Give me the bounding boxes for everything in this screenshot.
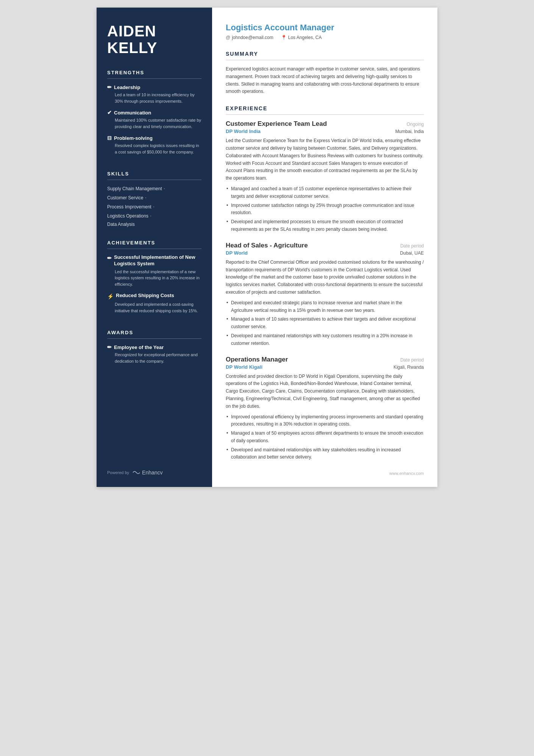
award-title-1: ✏ Employee of the Year (107, 344, 201, 350)
award-desc-1: Recognized for exceptional performance a… (107, 352, 201, 364)
exp-company-1: DP World India (226, 128, 261, 134)
skill-logistics-operations: Logistics Operations · (107, 213, 201, 219)
exp-desc-2: Reported to the Chief Commercial Officer… (226, 259, 424, 296)
summary-text: Experienced logistics account manager wi… (226, 66, 424, 95)
exp-date-3: Date period (400, 357, 424, 363)
bullet-1-2: Improved customer satisfaction ratings b… (226, 202, 424, 217)
awards-section: AWARDS ✏ Employee of the Year Recognized… (107, 330, 201, 369)
exp-location-3: Kigali, Rwanda (393, 365, 424, 370)
exp-sub-3: DP World Kigali Kigali, Rwanda (226, 364, 424, 370)
exp-title-1: Customer Experience Team Lead (226, 120, 327, 128)
exp-header-1: Customer Experience Team Lead Ongoing (226, 120, 424, 128)
experience-entry-3: Operations Manager Date period DP World … (226, 356, 424, 462)
strengths-title: STRENGTHS (107, 70, 201, 75)
sidebar: AIDEN KELLY STRENGTHS ✏ Leadership Led a… (97, 8, 212, 487)
job-title: Logistics Account Manager (226, 23, 424, 33)
exp-title-3: Operations Manager (226, 356, 288, 363)
bullet-3-2: Managed a team of 50 employees across di… (226, 430, 424, 445)
skill-customer-service: Customer Service · (107, 194, 201, 201)
awards-divider (107, 338, 201, 339)
summary-title: SUMMARY (226, 51, 424, 57)
bullet-1-1: Managed and coached a team of 15 custome… (226, 185, 424, 200)
experience-entry-2: Head of Sales - Agriculture Date period … (226, 242, 424, 347)
exp-date-1: Ongoing (407, 122, 424, 127)
skill-dot-3: · (153, 203, 155, 210)
skill-dot-1: · (164, 185, 165, 192)
exp-date-2: Date period (400, 243, 424, 249)
experience-section: EXPERIENCE Customer Experience Team Lead… (226, 105, 424, 461)
contact-location: 📍 Los Angeles, CA (281, 35, 322, 40)
location-icon: 📍 (281, 35, 287, 40)
exp-location-1: Mumbai, India (395, 129, 424, 134)
strength-item-1: ✏ Leadership Led a team of 10 in increas… (107, 84, 201, 104)
skill-process-improvement: Process Improvement · (107, 203, 201, 210)
award-item-1: ✏ Employee of the Year Recognized for ex… (107, 344, 201, 364)
achievements-section: ACHIEVEMENTS ✏ Successful Implementation… (107, 240, 201, 319)
contact-info: @ johndoe@email.com 📍 Los Angeles, CA (226, 35, 424, 40)
strengths-divider (107, 78, 201, 79)
exp-bullets-1: Managed and coached a team of 15 custome… (226, 185, 424, 233)
strength-desc-2: Maintained 100% customer satisfaction ra… (107, 117, 201, 130)
strength-title-2: ✔ Communication (107, 110, 201, 116)
achievement-icon-1: ✏ (107, 255, 112, 261)
experience-divider (226, 114, 424, 115)
exp-location-2: Dubai, UAE (400, 250, 424, 256)
achievement-title-1: ✏ Successful Implementation of New Logis… (107, 254, 201, 267)
exp-header-3: Operations Manager Date period (226, 356, 424, 363)
skills-divider (107, 180, 201, 180)
exp-bullets-2: Developed and executed strategic plans t… (226, 299, 424, 347)
bullet-1-3: Developed and implemented processes to e… (226, 218, 424, 233)
exp-company-2: DP World (226, 250, 248, 256)
achievement-desc-2: Developed and implemented a cost-saving … (107, 301, 201, 314)
exp-header-2: Head of Sales - Agriculture Date period (226, 242, 424, 249)
exp-sub-2: DP World Dubai, UAE (226, 250, 424, 256)
skill-dot-2: · (145, 194, 146, 201)
strength-item-3: ⊟ Problem-solving Resolved complex logis… (107, 135, 201, 155)
exp-desc-1: Led the Customer Experience Team for the… (226, 137, 424, 182)
strength-icon-2: ✔ (107, 110, 112, 116)
email-icon: @ (226, 35, 230, 40)
achievement-item-1: ✏ Successful Implementation of New Logis… (107, 254, 201, 287)
skill-dot-4: · (150, 213, 151, 219)
main-content: Logistics Account Manager @ johndoe@emai… (212, 8, 437, 487)
bullet-2-2: Managed a team of 10 sales representativ… (226, 316, 424, 331)
achievement-title-2: ⚡ Reduced Shipping Costs (107, 293, 201, 300)
achievements-divider (107, 249, 201, 249)
candidate-name: AIDEN KELLY (107, 23, 201, 56)
achievement-icon-2: ⚡ (107, 293, 114, 300)
name-block: AIDEN KELLY (107, 23, 201, 56)
summary-divider (226, 60, 424, 60)
skills-section: SKILLS Supply Chain Management · Custome… (107, 171, 201, 229)
experience-title: EXPERIENCE (226, 105, 424, 111)
strength-item-2: ✔ Communication Maintained 100% customer… (107, 110, 201, 130)
strength-icon-1: ✏ (107, 84, 112, 90)
skill-supply-chain: Supply Chain Management · (107, 185, 201, 192)
strength-desc-3: Resolved complex logistics issues result… (107, 142, 201, 155)
main-header: Logistics Account Manager @ johndoe@emai… (226, 23, 424, 40)
exp-title-2: Head of Sales - Agriculture (226, 242, 308, 249)
enhancv-logo: Enhancv (132, 470, 162, 476)
achievements-title: ACHIEVEMENTS (107, 240, 201, 246)
experience-entry-1: Customer Experience Team Lead Ongoing DP… (226, 120, 424, 233)
skills-title: SKILLS (107, 171, 201, 177)
skill-data-analysis: Data Analysis (107, 222, 201, 227)
awards-title: AWARDS (107, 330, 201, 335)
achievement-item-2: ⚡ Reduced Shipping Costs Developed and i… (107, 293, 201, 314)
bullet-2-1: Developed and executed strategic plans t… (226, 299, 424, 315)
strength-desc-1: Led a team of 10 in increasing efficienc… (107, 92, 201, 104)
exp-sub-1: DP World India Mumbai, India (226, 128, 424, 134)
exp-desc-3: Controlled and provided direction to DP … (226, 373, 424, 410)
strengths-section: STRENGTHS ✏ Leadership Led a team of 10 … (107, 70, 201, 160)
bullet-2-3: Developed and maintained relationships w… (226, 332, 424, 347)
bullet-3-3: Developed and maintained relationships w… (226, 446, 424, 462)
strength-icon-3: ⊟ (107, 135, 112, 141)
exp-bullets-3: Improved operational efficiency by imple… (226, 413, 424, 462)
footer-url: www.enhancv.com (226, 471, 424, 476)
award-icon-1: ✏ (107, 344, 112, 350)
contact-email: @ johndoe@email.com (226, 35, 273, 40)
powered-by: Powered by Enhancv (107, 462, 201, 476)
strength-title-3: ⊟ Problem-solving (107, 135, 201, 141)
strength-title-1: ✏ Leadership (107, 84, 201, 90)
exp-company-3: DP World Kigali (226, 364, 262, 370)
achievement-desc-1: Led the successful implementation of a n… (107, 269, 201, 288)
